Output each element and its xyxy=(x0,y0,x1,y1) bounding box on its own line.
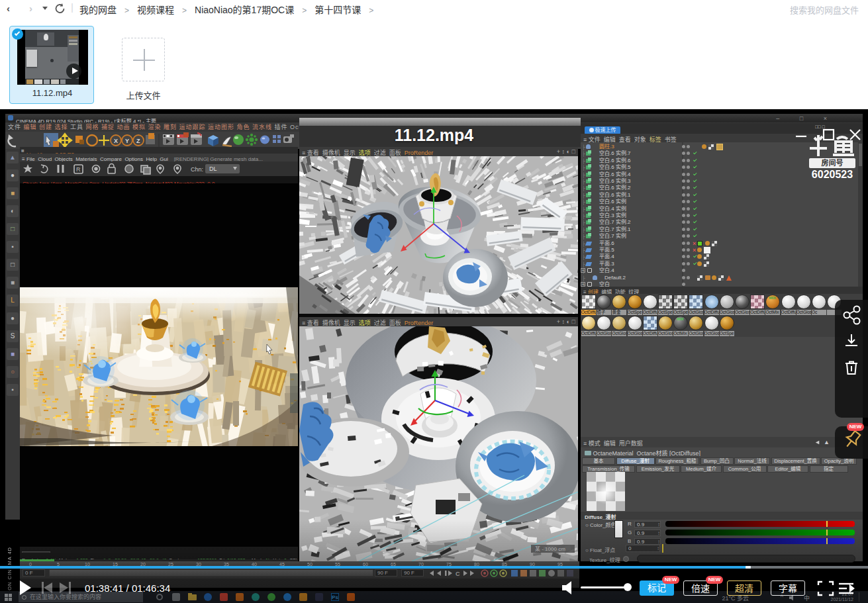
svg-text:Chn:: Chn: xyxy=(191,166,203,173)
svg-text:DL: DL xyxy=(209,165,217,172)
svg-text:R: R xyxy=(76,166,81,173)
